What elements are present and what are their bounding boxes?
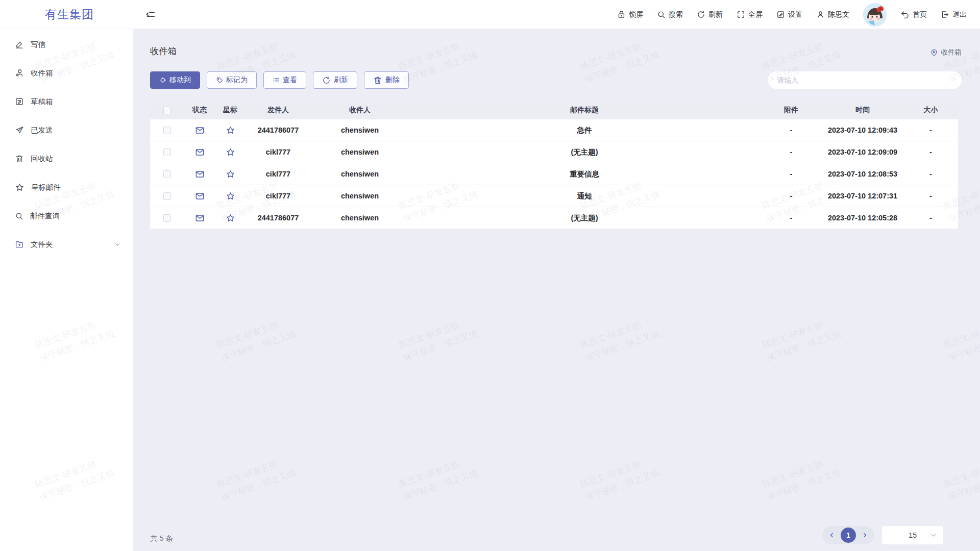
row-checkbox[interactable] — [163, 148, 171, 156]
table-row[interactable]: cikl777 chensiwen 通知 - 2023-07-10 12:07:… — [150, 185, 958, 207]
table-row[interactable]: 2441786077 chensiwen 急件 - 2023-07-10 12:… — [150, 119, 958, 141]
select-all-checkbox[interactable] — [163, 107, 171, 114]
col-size: 大小 — [903, 106, 958, 115]
header-action-全屏[interactable]: 全屏 — [737, 10, 763, 19]
toolbar-button-删除[interactable]: 删除 — [364, 71, 409, 89]
header-actions: 锁屏搜索刷新全屏设置陈思文 首页退出 — [617, 0, 967, 29]
toolbar: 移动到标记为查看刷新删除 — [150, 71, 409, 89]
header-action-锁屏[interactable]: 锁屏 — [617, 10, 643, 19]
header-action-label: 锁屏 — [629, 10, 643, 19]
table-row[interactable]: 2441786077 chensiwen (无主题) - 2023-07-10 … — [150, 207, 958, 229]
table-row[interactable]: cikl777 chensiwen 重要信息 - 2023-07-10 12:0… — [150, 163, 958, 185]
row-checkbox[interactable] — [163, 214, 171, 222]
trash-icon — [15, 154, 24, 163]
toolbar-button-查看[interactable]: 查看 — [263, 71, 306, 89]
sidebar-item-label: 写信 — [31, 40, 45, 49]
header-action-首页[interactable]: 首页 — [900, 10, 927, 19]
header-action-搜索[interactable]: 搜索 — [657, 10, 683, 19]
toolbar-button-label: 移动到 — [169, 76, 191, 85]
main-content: 收件箱 收件箱 移动到标记为查看刷新删除 状态 星标 发件人 收件人 邮件标题 … — [133, 29, 980, 551]
row-checkbox[interactable] — [163, 127, 171, 134]
search-icon — [15, 212, 23, 220]
time-cell: 2023-07-10 12:07:31 — [822, 192, 903, 200]
sidebar-nav: 写信收件箱草稿箱已发送回收站星标邮件邮件查询文件夹 — [0, 29, 133, 551]
envelope-icon — [195, 169, 205, 179]
page-number-1[interactable]: 1 — [841, 528, 856, 543]
sender-cell: cikl777 — [245, 148, 311, 156]
pagination: 1 — [822, 526, 874, 544]
time-cell: 2023-07-10 12:08:53 — [822, 170, 903, 178]
user-avatar[interactable] — [863, 3, 887, 27]
aim-icon — [159, 77, 166, 84]
breadcrumb: 收件箱 — [930, 48, 962, 57]
attachment-cell: - — [761, 192, 822, 200]
sidebar-item-已发送[interactable]: 已发送 — [0, 116, 133, 144]
size-cell: - — [903, 192, 958, 200]
sidebar-item-草稿箱[interactable]: 草稿箱 — [0, 87, 133, 116]
toolbar-button-label: 标记为 — [226, 76, 248, 85]
star-icon[interactable] — [226, 126, 235, 135]
page-size-select[interactable]: 15 — [882, 526, 943, 544]
recipient-cell: chensiwen — [311, 148, 408, 156]
envelope-icon — [195, 191, 205, 201]
toolbar-button-标记为[interactable]: 标记为 — [207, 71, 257, 89]
star-icon — [15, 183, 24, 192]
table-row[interactable]: cikl777 chensiwen (无主题) - 2023-07-10 12:… — [150, 141, 958, 163]
location-pin-icon — [930, 48, 938, 57]
table-header-row: 状态 星标 发件人 收件人 邮件标题 附件 时间 大小 — [150, 101, 958, 119]
star-icon[interactable] — [226, 169, 235, 179]
sender-cell: 2441786077 — [245, 126, 311, 134]
sidebar-item-邮件查询[interactable]: 邮件查询 — [0, 202, 133, 230]
search-input[interactable] — [768, 71, 962, 89]
sidebar-item-星标邮件[interactable]: 星标邮件 — [0, 173, 133, 202]
star-icon[interactable] — [226, 147, 235, 157]
next-page-button[interactable] — [859, 530, 870, 541]
attachment-cell: - — [761, 148, 822, 156]
row-checkbox[interactable] — [163, 170, 171, 178]
header-action-label: 首页 — [913, 10, 927, 19]
toolbar-button-label: 查看 — [283, 76, 297, 85]
row-checkbox[interactable] — [163, 192, 171, 200]
primary-toolbar-button-移动到[interactable]: 移动到 — [150, 71, 200, 89]
chevron-down-icon[interactable] — [114, 241, 121, 248]
mail-table: 状态 星标 发件人 收件人 邮件标题 附件 时间 大小 2441786077 c… — [150, 101, 958, 229]
menu-fold-icon[interactable] — [145, 9, 156, 20]
sidebar-item-回收站[interactable]: 回收站 — [0, 144, 133, 173]
time-cell: 2023-07-10 12:05:28 — [822, 214, 903, 222]
sidebar-item-写信[interactable]: 写信 — [0, 30, 133, 59]
subject-cell: 重要信息 — [408, 169, 761, 179]
subject-cell: 急件 — [408, 126, 761, 135]
toolbar-button-label: 刷新 — [334, 76, 348, 85]
star-icon[interactable] — [226, 213, 235, 223]
recipient-cell: chensiwen — [311, 170, 408, 178]
app-logo: 有生集团 — [45, 0, 94, 29]
header-action-退出[interactable]: 退出 — [941, 10, 967, 19]
subject-cell: (无主题) — [408, 147, 761, 157]
sidebar-item-label: 已发送 — [31, 126, 53, 135]
subject-cell: 通知 — [408, 191, 761, 201]
header-action-刷新[interactable]: 刷新 — [697, 10, 723, 19]
header-action-陈思文[interactable]: 陈思文 — [816, 10, 849, 19]
sidebar-item-label: 回收站 — [31, 154, 53, 164]
refresh-icon — [697, 10, 705, 19]
star-icon[interactable] — [226, 191, 235, 201]
size-cell: - — [903, 214, 958, 222]
sender-cell: cikl777 — [245, 192, 311, 200]
col-sender: 发件人 — [245, 106, 311, 115]
header-action-label: 退出 — [952, 10, 967, 19]
pencil-icon — [15, 40, 24, 49]
time-cell: 2023-07-10 12:09:43 — [822, 126, 903, 134]
header-action-设置[interactable]: 设置 — [776, 10, 802, 19]
sidebar-item-文件夹[interactable]: 文件夹 — [0, 230, 133, 259]
search-icon — [657, 10, 666, 19]
settings-icon — [776, 10, 785, 19]
sidebar-item-收件箱[interactable]: 收件箱 — [0, 59, 133, 87]
toolbar-button-刷新[interactable]: 刷新 — [313, 71, 357, 89]
col-subject: 邮件标题 — [408, 106, 761, 115]
total-count: 共 5 条 — [150, 534, 173, 543]
recipient-cell: chensiwen — [311, 126, 408, 134]
prev-page-button[interactable] — [826, 530, 838, 541]
header-action-label: 陈思文 — [828, 10, 849, 19]
send-icon — [15, 126, 24, 135]
draft-icon — [15, 97, 24, 106]
